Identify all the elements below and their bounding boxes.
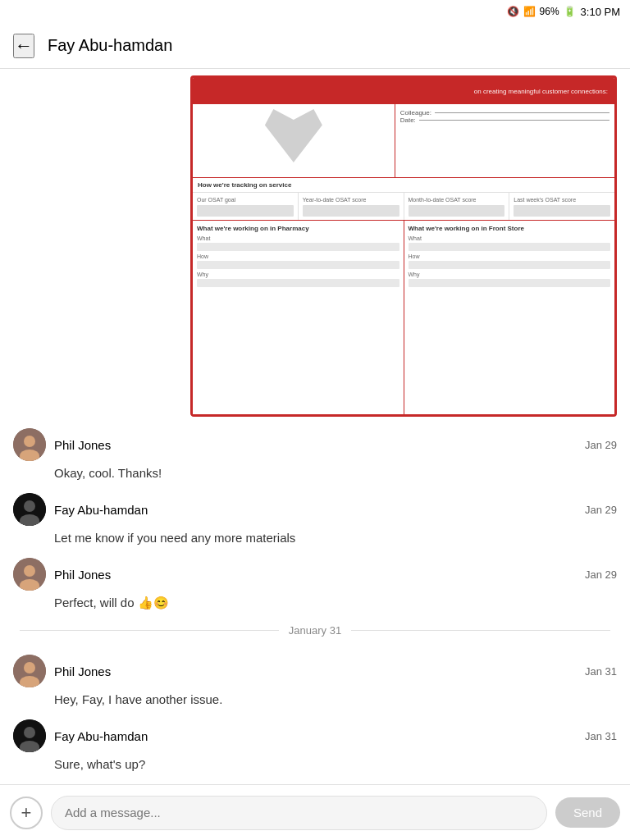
avatar-phil: [13, 655, 46, 687]
message-date: Jan 31: [585, 665, 617, 678]
pharmacy-why-line: [197, 279, 399, 287]
message-header: Fay Abu-hamdan Jan 31: [13, 719, 617, 752]
pharmacy-title: What we're working on in Pharmacy: [197, 225, 399, 232]
message-list: Phil Jones Jan 29 Okay, cool. Thanks! Fa…: [0, 420, 630, 840]
phil-avatar-svg: [13, 428, 46, 461]
date-divider-text: January 31: [289, 624, 341, 637]
message-body: Let me know if you need any more materia…: [13, 529, 617, 546]
doc-header-text: on creating meaningful customer connecti…: [474, 88, 608, 95]
back-button[interactable]: ←: [13, 34, 34, 58]
doc-fields-col: Colleague: Date:: [395, 104, 614, 177]
status-time: 3:10 PM: [581, 6, 620, 18]
metric-2-value: [303, 205, 399, 217]
colleague-label: Colleague:: [400, 109, 431, 116]
status-icons: 🔇 📶 96% 🔋: [507, 6, 576, 17]
message-item: Fay Abu-hamdan Jan 31 Sure, what's up?: [0, 711, 630, 776]
divider-line-right: [351, 630, 610, 631]
message-date: Jan 31: [585, 730, 617, 742]
bottom-bar: + Send: [0, 784, 630, 840]
attachment-wrapper: on creating meaningful customer connecti…: [0, 69, 630, 420]
svg-point-10: [24, 662, 35, 673]
document-attachment: on creating meaningful customer connecti…: [190, 75, 617, 417]
metric-3-value: [409, 205, 505, 217]
avatar-phil: [13, 428, 46, 461]
metric-4-label: Last week's OSAT score: [514, 196, 610, 203]
message-date: Jan 29: [585, 439, 617, 451]
send-button[interactable]: Send: [555, 797, 620, 828]
avatar-phil: [13, 558, 46, 591]
add-attachment-button[interactable]: +: [10, 797, 43, 829]
frontstore-what-line: [409, 243, 611, 251]
doc-pharmacy-col: What we're working on in Pharmacy What H…: [193, 221, 404, 414]
battery-icon: 🔋: [564, 6, 576, 17]
metric-2: Year-to-date OSAT score: [299, 193, 404, 220]
sender-name: Fay Abu-hamdan: [54, 503, 577, 517]
frontstore-why-label: Why: [409, 272, 611, 277]
frontstore-what-label: What: [409, 235, 611, 241]
doc-heart-col: [193, 104, 395, 177]
message-body: Hey, Fay, I have another issue.: [13, 691, 617, 708]
frontstore-how-line: [409, 261, 611, 269]
wifi-icon: 📶: [523, 6, 536, 17]
metric-3: Month-to-date OSAT score: [404, 193, 510, 220]
svg-point-13: [24, 727, 35, 738]
sender-name: Fay Abu-hamdan: [54, 729, 577, 743]
metric-3-label: Month-to-date OSAT score: [409, 196, 505, 203]
phil-avatar-svg: [13, 655, 46, 687]
colleague-line: [435, 112, 609, 113]
message-item: Phil Jones Jan 29 Perfect, will do 👍😊: [0, 550, 630, 614]
doc-row2: How we're tracking on service Our OSAT g…: [193, 178, 614, 221]
date-divider: January 31: [0, 614, 630, 646]
doc-metrics: Our OSAT goal Year-to-date OSAT score Mo…: [193, 193, 614, 221]
status-bar: 🔇 📶 96% 🔋 3:10 PM: [0, 0, 630, 23]
sender-name: Phil Jones: [54, 664, 577, 678]
metric-1-value: [197, 205, 294, 217]
frontstore-how-label: How: [409, 253, 611, 259]
date-label: Date:: [400, 116, 416, 124]
svg-point-1: [24, 436, 35, 447]
divider-line-left: [20, 630, 279, 631]
svg-point-4: [24, 500, 35, 512]
tracking-title: How we're tracking on service: [193, 178, 614, 193]
pharmacy-how-label: How: [197, 253, 399, 259]
doc-heart-shape: [265, 109, 322, 162]
message-header: Phil Jones Jan 29: [13, 428, 617, 461]
fay-avatar-svg: [13, 493, 46, 526]
colleague-field: Colleague:: [400, 109, 609, 116]
metric-2-label: Year-to-date OSAT score: [303, 196, 399, 203]
fay-avatar-svg: [13, 719, 46, 752]
conversation-title: Fay Abu-hamdan: [48, 36, 172, 55]
sender-name: Phil Jones: [54, 568, 577, 582]
date-line: [419, 120, 609, 121]
phil-avatar-svg: [13, 558, 46, 591]
message-input[interactable]: [51, 796, 547, 830]
metric-1-label: Our OSAT goal: [197, 196, 294, 203]
message-date: Jan 29: [585, 568, 617, 581]
document-image: on creating meaningful customer connecti…: [193, 78, 614, 414]
avatar-fay: [13, 719, 46, 752]
message-item: Phil Jones Jan 29 Okay, cool. Thanks!: [0, 420, 630, 485]
metric-4: Last week's OSAT score: [509, 193, 614, 220]
message-body: Sure, what's up?: [13, 756, 617, 773]
pharmacy-what-label: What: [197, 235, 399, 241]
sender-name: Phil Jones: [54, 438, 577, 452]
mute-icon: 🔇: [507, 6, 519, 17]
battery-level: 96%: [540, 6, 559, 17]
message-body: Okay, cool. Thanks!: [13, 464, 617, 482]
top-nav: ← Fay Abu-hamdan: [0, 23, 630, 69]
avatar-fay: [13, 493, 46, 526]
message-item: Fay Abu-hamdan Jan 29 Let me know if you…: [0, 485, 630, 550]
doc-row3: What we're working on in Pharmacy What H…: [193, 221, 614, 414]
message-header: Phil Jones Jan 29: [13, 558, 617, 591]
message-header: Phil Jones Jan 31: [13, 655, 617, 687]
message-item: Phil Jones Jan 31 Hey, Fay, I have anoth…: [0, 646, 630, 711]
frontstore-title: What we're working on in Front Store: [409, 225, 611, 232]
pharmacy-how-line: [197, 261, 399, 269]
metric-4-value: [514, 205, 610, 217]
metric-1: Our OSAT goal: [193, 193, 299, 220]
message-header: Fay Abu-hamdan Jan 29: [13, 493, 617, 526]
frontstore-why-line: [409, 279, 611, 287]
doc-frontstore-col: What we're working on in Front Store Wha…: [404, 221, 615, 414]
pharmacy-why-label: Why: [197, 272, 399, 277]
date-field: Date:: [400, 116, 609, 124]
